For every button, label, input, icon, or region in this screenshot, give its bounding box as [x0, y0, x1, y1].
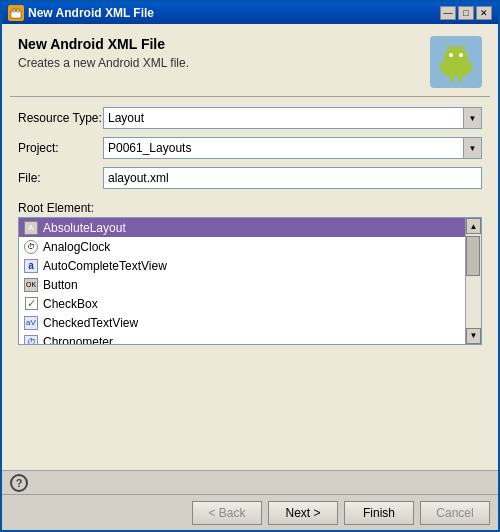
list-item[interactable]: ⏱Chronometer — [19, 332, 465, 344]
project-value: P0061_Layouts — [108, 141, 461, 155]
list-item-label: AbsoluteLayout — [43, 221, 126, 235]
close-button[interactable]: ✕ — [476, 6, 492, 20]
header-section: New Android XML File Creates a new Andro… — [2, 24, 498, 96]
file-row: File: alayout.xml — [18, 167, 482, 189]
resource-type-value: Layout — [108, 111, 461, 125]
root-element-list[interactable]: AAbsoluteLayout⏱AnalogClockaAutoComplete… — [19, 218, 465, 344]
file-value: alayout.xml — [108, 171, 477, 185]
button-row: < Back Next > Finish Cancel — [2, 494, 498, 530]
svg-rect-9 — [444, 62, 468, 76]
svg-rect-2 — [17, 9, 19, 12]
list-item-label: AutoCompleteTextView — [43, 259, 167, 273]
android-logo — [430, 36, 482, 88]
dialog-title: New Android XML File — [18, 36, 189, 52]
resource-type-label: Resource Type: — [18, 111, 103, 125]
list-item[interactable]: aVCheckedTextView — [19, 313, 465, 332]
project-row: Project: P0061_Layouts ▼ — [18, 137, 482, 159]
list-item-icon: ⏱ — [23, 334, 39, 344]
svg-rect-13 — [458, 76, 462, 82]
list-item-icon: OK — [23, 277, 39, 293]
maximize-button[interactable]: □ — [458, 6, 474, 20]
scroll-track[interactable] — [466, 234, 481, 328]
list-item-label: AnalogClock — [43, 240, 110, 254]
list-item[interactable]: OKButton — [19, 275, 465, 294]
list-item-label: Button — [43, 278, 78, 292]
status-bar: ? — [2, 470, 498, 494]
window-controls: — □ ✕ — [440, 6, 492, 20]
list-item[interactable]: aAutoCompleteTextView — [19, 256, 465, 275]
list-item-icon: A — [23, 220, 39, 236]
dialog-subtitle: Creates a new Android XML file. — [18, 56, 189, 70]
resource-type-row: Resource Type: Layout ▼ — [18, 107, 482, 129]
root-element-label: Root Element: — [18, 197, 94, 217]
window-title: New Android XML File — [28, 6, 154, 20]
svg-rect-0 — [11, 11, 21, 18]
list-item-label: CheckedTextView — [43, 316, 138, 330]
help-button[interactable]: ? — [10, 474, 28, 492]
next-button[interactable]: Next > — [268, 501, 338, 525]
finish-button[interactable]: Finish — [344, 501, 414, 525]
svg-rect-10 — [440, 62, 445, 72]
file-label: File: — [18, 171, 103, 185]
scroll-thumb[interactable] — [466, 236, 480, 276]
resource-type-input[interactable]: Layout ▼ — [103, 107, 482, 129]
title-bar-left: New Android XML File — [8, 5, 154, 21]
project-input[interactable]: P0061_Layouts ▼ — [103, 137, 482, 159]
list-container: AAbsoluteLayout⏱AnalogClockaAutoComplete… — [18, 217, 482, 345]
list-item-icon: ✓ — [23, 296, 39, 312]
file-input[interactable]: alayout.xml — [103, 167, 482, 189]
spacer — [2, 345, 498, 471]
list-item[interactable]: ⏱AnalogClock — [19, 237, 465, 256]
title-bar: New Android XML File — □ ✕ — [2, 2, 498, 24]
svg-point-5 — [449, 53, 453, 57]
minimize-button[interactable]: — — [440, 6, 456, 20]
root-element-section: Root Element: — [2, 199, 498, 217]
scroll-down-button[interactable]: ▼ — [466, 328, 481, 344]
list-item-label: Chronometer — [43, 335, 113, 344]
project-label: Project: — [18, 141, 103, 155]
svg-point-6 — [459, 53, 463, 57]
svg-rect-11 — [467, 62, 472, 72]
list-item-label: CheckBox — [43, 297, 98, 311]
scroll-up-button[interactable]: ▲ — [466, 218, 481, 234]
list-item-icon: ⏱ — [23, 239, 39, 255]
resource-type-dropdown-arrow[interactable]: ▼ — [463, 108, 481, 128]
svg-rect-12 — [450, 76, 454, 82]
header-text: New Android XML File Creates a new Andro… — [18, 36, 189, 70]
svg-rect-1 — [13, 9, 15, 12]
project-dropdown-arrow[interactable]: ▼ — [463, 138, 481, 158]
window-icon — [8, 5, 24, 21]
list-item[interactable]: AAbsoluteLayout — [19, 218, 465, 237]
back-button[interactable]: < Back — [192, 501, 262, 525]
list-item-icon: aV — [23, 315, 39, 331]
main-window: New Android XML File — □ ✕ New Android X… — [0, 0, 500, 532]
list-item-icon: a — [23, 258, 39, 274]
form-section: Resource Type: Layout ▼ Project: P0061_L… — [2, 97, 498, 199]
list-item[interactable]: ✓CheckBox — [19, 294, 465, 313]
cancel-button[interactable]: Cancel — [420, 501, 490, 525]
scrollbar[interactable]: ▲ ▼ — [465, 218, 481, 344]
